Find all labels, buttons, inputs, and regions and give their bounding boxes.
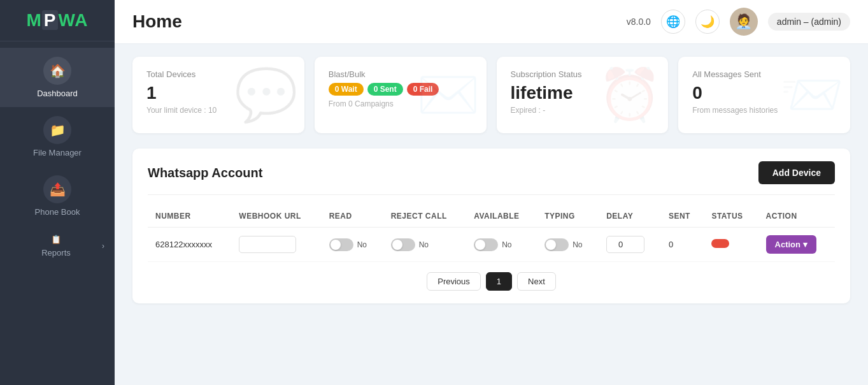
logo-p: P xyxy=(42,10,59,30)
cell-available: No xyxy=(466,228,537,262)
header-right: v8.0.0 🌐 🌙 🧑‍💼 admin – (admin) xyxy=(627,8,850,36)
stat-sub-subscription: Expired : - xyxy=(511,106,655,115)
badge-sent: 0 Sent xyxy=(367,83,403,96)
globe-icon-button[interactable]: 🌐 xyxy=(661,10,685,34)
stat-value-subscription: lifetime xyxy=(511,83,655,103)
stats-row: Total Devices 1 Your limit device : 10 💬… xyxy=(132,57,850,133)
col-available: AVAILABLE xyxy=(466,205,537,228)
stat-label-messages-sent: All Messages Sent xyxy=(692,69,836,79)
col-number: NUMBER xyxy=(148,205,231,228)
col-read: READ xyxy=(322,205,383,228)
status-dot xyxy=(711,239,729,248)
logo-area: MPWA xyxy=(0,0,115,41)
cell-read: No xyxy=(322,228,383,262)
header: Home v8.0.0 🌐 🌙 🧑‍💼 admin – (admin) xyxy=(115,0,868,44)
app-logo: MPWA xyxy=(26,10,88,31)
reports-left: 📋 Reports xyxy=(10,235,102,258)
phone-book-icon: 📤 xyxy=(43,175,71,203)
page-title: Home xyxy=(132,11,182,32)
prev-page-button[interactable]: Previous xyxy=(427,272,481,291)
version-badge: v8.0.0 xyxy=(627,17,651,27)
stat-label-blast-bulk: Blast/Bulk xyxy=(329,69,473,79)
read-toggle[interactable] xyxy=(329,238,353,251)
add-device-button[interactable]: Add Device xyxy=(758,161,835,184)
wa-section-header: Whatsapp Account Add Device xyxy=(148,161,835,184)
sidebar-item-label-dashboard: Dashboard xyxy=(37,89,78,98)
read-toggle-wrap: No xyxy=(329,238,376,251)
user-badge: admin – (admin) xyxy=(768,13,850,31)
stat-value-messages-sent: 0 xyxy=(692,83,836,103)
webhook-url-input[interactable] xyxy=(239,236,296,253)
cell-delay xyxy=(599,228,661,262)
file-manager-icon: 📁 xyxy=(43,116,71,144)
available-toggle[interactable] xyxy=(474,238,498,251)
dashboard-icon: 🏠 xyxy=(43,57,71,85)
delay-input[interactable] xyxy=(606,236,644,253)
cell-reject-call: No xyxy=(383,228,467,262)
stat-label-subscription: Subscription Status xyxy=(511,69,655,79)
main-content: Home v8.0.0 🌐 🌙 🧑‍💼 admin – (admin) Tota… xyxy=(115,0,868,385)
next-page-button[interactable]: Next xyxy=(517,272,556,291)
stat-card-messages-sent: All Messages Sent 0 From messages histor… xyxy=(678,57,850,133)
sidebar-item-reports[interactable]: 📋 Reports › xyxy=(0,226,115,266)
sidebar-nav: 🏠 Dashboard 📁 File Manager 📤 Phone Book … xyxy=(0,41,115,385)
divider xyxy=(148,194,835,195)
logo-m: M xyxy=(26,10,41,30)
cell-status xyxy=(704,228,758,262)
cell-number: 628122xxxxxxx xyxy=(148,228,231,262)
col-reject-call: REJECT CALL xyxy=(383,205,467,228)
cell-typing: No xyxy=(537,228,599,262)
stat-sub-messages-sent: From messages histories xyxy=(692,106,836,115)
sidebar-item-phone-book[interactable]: 📤 Phone Book xyxy=(0,166,115,226)
stat-sub-total-devices: Your limit device : 10 xyxy=(146,106,290,115)
col-status: STATUS xyxy=(704,205,758,228)
table-body: 628122xxxxxxx No xyxy=(148,228,835,262)
sidebar: MPWA 🏠 Dashboard 📁 File Manager 📤 Phone … xyxy=(0,0,115,385)
reports-chevron-icon: › xyxy=(102,242,104,251)
action-chevron-icon: ▾ xyxy=(803,240,808,249)
table-header-row: NUMBER WEBHOOK URL READ REJECT CALL AVAI… xyxy=(148,205,835,228)
badge-fail: 0 Fail xyxy=(407,83,439,96)
table-row: 628122xxxxxxx No xyxy=(148,228,835,262)
sidebar-item-label-phone-book: Phone Book xyxy=(35,207,80,217)
col-webhook-url: WEBHOOK URL xyxy=(231,205,321,228)
available-toggle-wrap: No xyxy=(474,238,529,251)
wa-section-title: Whatsapp Account xyxy=(148,166,262,180)
sidebar-item-label-file-manager: File Manager xyxy=(33,148,82,157)
stat-value-total-devices: 1 xyxy=(146,83,290,103)
col-sent: SENT xyxy=(661,205,704,228)
action-button[interactable]: Action ▾ xyxy=(766,235,816,254)
logo-wa: WA xyxy=(58,10,88,30)
reports-icon: 📋 xyxy=(51,235,61,244)
available-toggle-label: No xyxy=(502,240,511,249)
stat-card-total-devices: Total Devices 1 Your limit device : 10 💬 xyxy=(132,57,304,133)
col-action: ACTION xyxy=(758,205,835,228)
content-area: Total Devices 1 Your limit device : 10 💬… xyxy=(115,44,868,385)
table-head: NUMBER WEBHOOK URL READ REJECT CALL AVAI… xyxy=(148,205,835,228)
typing-toggle-wrap: No xyxy=(544,238,591,251)
col-typing: TYPING xyxy=(537,205,599,228)
reject-call-toggle[interactable] xyxy=(391,238,415,251)
avatar: 🧑‍💼 xyxy=(730,8,758,36)
stat-sub-blast-bulk: From 0 Campaigns xyxy=(329,99,473,108)
typing-toggle-label: No xyxy=(573,240,582,249)
stat-label-total-devices: Total Devices xyxy=(146,69,290,79)
reject-call-toggle-label: No xyxy=(419,240,429,249)
cell-action: Action ▾ xyxy=(758,228,835,262)
reject-call-toggle-wrap: No xyxy=(391,238,459,251)
page-1-button[interactable]: 1 xyxy=(486,272,512,291)
stat-card-blast-bulk: Blast/Bulk 0 Wait 0 Sent 0 Fail From 0 C… xyxy=(315,57,487,133)
blast-badges: 0 Wait 0 Sent 0 Fail xyxy=(329,83,473,96)
typing-toggle[interactable] xyxy=(544,238,569,251)
wa-table: NUMBER WEBHOOK URL READ REJECT CALL AVAI… xyxy=(148,205,835,262)
sidebar-item-dashboard[interactable]: 🏠 Dashboard xyxy=(0,48,115,107)
cell-webhook-url xyxy=(231,228,321,262)
read-toggle-label: No xyxy=(357,240,367,249)
pagination-row: Previous 1 Next xyxy=(148,272,835,291)
sidebar-item-file-manager[interactable]: 📁 File Manager xyxy=(0,107,115,166)
action-button-label: Action xyxy=(775,240,800,249)
user-label: admin – (admin) xyxy=(777,17,841,27)
sidebar-item-label-reports: Reports xyxy=(41,248,71,258)
badge-wait: 0 Wait xyxy=(329,83,364,96)
dark-mode-button[interactable]: 🌙 xyxy=(695,10,720,34)
